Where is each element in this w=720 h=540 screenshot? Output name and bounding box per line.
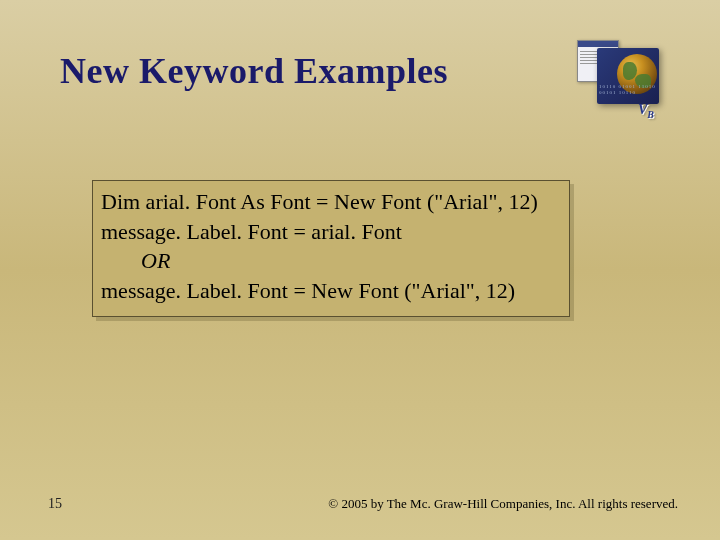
corner-graphic: 10110 01001 11010 00101 10110 VB — [577, 40, 662, 116]
copyright-text: © 2005 by The Mc. Graw-Hill Companies, I… — [328, 496, 678, 512]
code-example-box: Dim arial. Font As Font = New Font ("Ari… — [92, 180, 570, 317]
code-line-1: Dim arial. Font As Font = New Font ("Ari… — [101, 187, 561, 217]
globe-box-icon: 10110 01001 11010 00101 10110 — [597, 48, 659, 104]
slide: New Keyword Examples 10110 01001 11010 0… — [0, 0, 720, 540]
vb-logo: VB — [638, 102, 654, 120]
page-number: 15 — [48, 496, 62, 512]
code-or: OR — [101, 246, 561, 276]
slide-title: New Keyword Examples — [60, 50, 448, 92]
code-line-3: message. Label. Font = New Font ("Arial"… — [101, 276, 561, 306]
code-line-2: message. Label. Font = arial. Font — [101, 217, 561, 247]
